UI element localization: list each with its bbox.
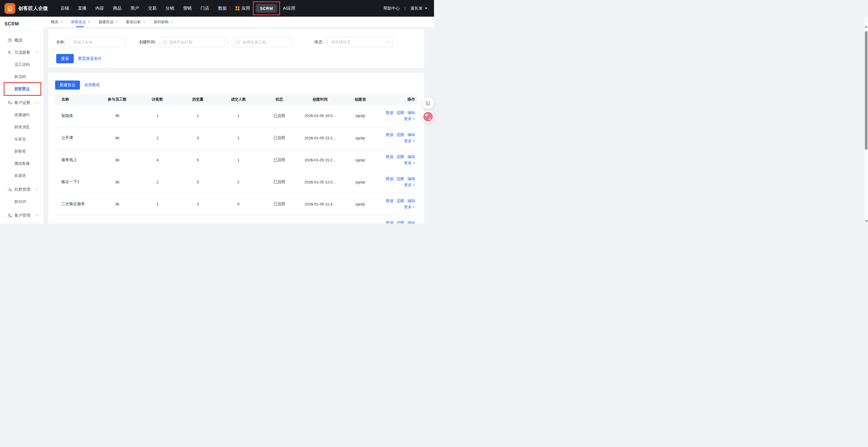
edit-link[interactable]: 编辑 bbox=[407, 109, 415, 116]
views-cell: 5 bbox=[178, 149, 218, 171]
data-link[interactable]: 数据 bbox=[386, 198, 394, 204]
edit-link[interactable]: 编辑 bbox=[407, 154, 415, 160]
data-link[interactable]: 数据 bbox=[386, 109, 394, 116]
sidebar-item-task-treasure[interactable]: 任务宝 bbox=[0, 133, 43, 145]
more-link[interactable]: 更多 bbox=[404, 160, 415, 166]
remind-link[interactable]: 提醒 bbox=[397, 109, 404, 116]
sidebar-item-lead-generation[interactable]: 引流获客 bbox=[0, 46, 43, 59]
remind-link[interactable]: 提醒 bbox=[397, 132, 404, 138]
nav-item-live[interactable]: 直播 bbox=[78, 6, 87, 11]
nav-item-data[interactable]: 数据 bbox=[218, 6, 227, 11]
create-radar-button[interactable]: 新建雷达 bbox=[55, 81, 80, 90]
col-header-name: 名称 bbox=[55, 94, 97, 105]
nav-item-shops[interactable]: 门店 bbox=[200, 6, 209, 11]
more-link[interactable]: 更多 bbox=[404, 116, 415, 122]
search-button[interactable]: 搜索 bbox=[56, 54, 74, 63]
visitors-cell: 4 bbox=[137, 149, 178, 171]
close-icon[interactable]: ✕ bbox=[116, 21, 118, 24]
sidebar-item-customer-management[interactable]: 客户管理 bbox=[0, 210, 43, 222]
name-input[interactable] bbox=[69, 37, 125, 47]
remind-link[interactable]: 提醒 bbox=[397, 198, 404, 204]
data-link[interactable]: 数据 bbox=[386, 220, 394, 224]
active-tab-underline bbox=[76, 26, 84, 27]
brand-logo[interactable]: 创客匠人企微 bbox=[4, 3, 48, 14]
remind-link[interactable]: 提醒 bbox=[397, 220, 404, 224]
sidebar-item-customer-operation[interactable]: 客户运营 bbox=[0, 97, 43, 109]
deals-cell bbox=[218, 215, 259, 224]
more-link[interactable]: 更多 bbox=[404, 138, 415, 144]
created-time-cell: 2026-01-05 15:2... bbox=[300, 127, 340, 149]
sidebar-item-customer-radar[interactable]: 获客雷达 bbox=[0, 83, 43, 95]
end-date-input[interactable] bbox=[234, 37, 292, 47]
close-icon[interactable]: ✕ bbox=[143, 21, 146, 24]
nav-item-users[interactable]: 用户 bbox=[130, 6, 139, 11]
col-header-status: 状态 bbox=[258, 94, 300, 105]
nav-item-distribution[interactable]: 分销 bbox=[165, 6, 174, 11]
user-menu[interactable]: 黄长发 bbox=[410, 6, 428, 11]
data-link[interactable]: 数据 bbox=[386, 154, 394, 160]
scrm-annotation-box: SCRM bbox=[253, 1, 280, 15]
name-cell: 二次验证服务 bbox=[55, 193, 97, 215]
nav-item-scrm[interactable]: SCRM bbox=[256, 4, 277, 13]
created-time-cell bbox=[300, 215, 340, 224]
sidebar-item-community-management[interactable]: 社群管理 bbox=[0, 183, 43, 195]
nav-item-apps[interactable]: 应用 bbox=[236, 6, 250, 11]
sidebar-item-welcome-message[interactable]: 欢迎语 bbox=[0, 169, 43, 182]
remind-link[interactable]: 提醒 bbox=[397, 176, 404, 182]
sidebar-item-group-message[interactable]: 群发消息 bbox=[0, 121, 43, 133]
more-link[interactable]: 更多 bbox=[404, 182, 415, 188]
float-widget-button[interactable] bbox=[422, 97, 434, 109]
tab-overview[interactable]: 概况 ✕ bbox=[46, 17, 67, 27]
nav-item-trade[interactable]: 交易 bbox=[148, 6, 157, 11]
nav-item-content[interactable]: 内容 bbox=[95, 6, 104, 11]
nav-item-ai-apps[interactable]: AI应用 bbox=[283, 6, 295, 11]
edit-link[interactable]: 编辑 bbox=[407, 132, 415, 138]
col-header-actions: 操作 bbox=[380, 94, 417, 105]
remind-link[interactable]: 提醒 bbox=[397, 154, 404, 160]
tab-bar: 概况 ✕ 获客雷达 ✕ 新建雷达 ✕ 数据分析 ✕ 组织架构 ✕ bbox=[43, 17, 434, 27]
more-link[interactable]: 更多 bbox=[404, 204, 415, 210]
tab-new-radar[interactable]: 新建雷达 ✕ bbox=[94, 17, 122, 27]
creator-cell: zgckjr bbox=[340, 193, 380, 215]
sidebar-item-group-qr[interactable]: 群活码 bbox=[0, 71, 43, 83]
sidebar-item-employee-qr[interactable]: 员工活码 bbox=[0, 59, 43, 71]
tutorial-link[interactable]: 使用教程 bbox=[84, 83, 100, 88]
sidebar-item-overview[interactable]: 概况 bbox=[0, 34, 43, 46]
tab-customer-radar[interactable]: 获客雷达 ✕ bbox=[67, 17, 95, 27]
reset-search-link[interactable]: 重置搜索条件 bbox=[78, 56, 102, 61]
users-badge-icon bbox=[8, 187, 12, 192]
sidebar-item-group-fission[interactable]: 群裂变 bbox=[0, 145, 43, 157]
sidebar-item-group-sop[interactable]: 群SOP bbox=[0, 195, 43, 208]
participants-cell bbox=[97, 215, 137, 224]
edit-link[interactable]: 编辑 bbox=[407, 198, 415, 204]
creator-cell: zgckjr bbox=[340, 149, 380, 171]
edit-link[interactable]: 编辑 bbox=[407, 176, 415, 182]
sidebar-item-wechat-service[interactable]: 微信客服 bbox=[0, 157, 43, 169]
deals-cell: 1 bbox=[218, 105, 259, 127]
status-select[interactable]: 请选择状态 bbox=[327, 37, 393, 47]
close-icon[interactable]: ✕ bbox=[88, 21, 90, 24]
close-icon[interactable]: ✕ bbox=[170, 21, 173, 24]
tab-org-structure[interactable]: 组织架构 ✕ bbox=[150, 17, 177, 27]
created-time-cell: 2026-01-05 12:0... bbox=[300, 171, 340, 193]
views-cell: 1 bbox=[178, 105, 218, 127]
tab-data-analysis[interactable]: 数据分析 ✕ bbox=[122, 17, 150, 27]
sidebar-item-live-invite[interactable]: 直播邀约 bbox=[0, 109, 43, 121]
close-icon[interactable]: ✕ bbox=[60, 21, 63, 24]
deals-cell: 1 bbox=[218, 149, 259, 171]
views-cell: 5 bbox=[178, 171, 218, 193]
data-link[interactable]: 数据 bbox=[386, 132, 394, 138]
name-label: 名称: bbox=[56, 39, 65, 45]
edit-link[interactable]: 编辑 bbox=[407, 220, 415, 224]
nav-item-store[interactable]: 店铺 bbox=[60, 6, 69, 11]
help-center-link[interactable]: 帮助中心 bbox=[383, 6, 400, 11]
translate-button[interactable]: 中 A bbox=[422, 111, 434, 123]
col-header-visitors: 访客数 bbox=[137, 94, 178, 105]
start-date-input[interactable] bbox=[160, 37, 225, 47]
data-link[interactable]: 数据 bbox=[386, 176, 394, 182]
created-time-cell: 2026-01-05 11:4... bbox=[300, 193, 340, 215]
nav-item-marketing[interactable]: 营销 bbox=[183, 6, 192, 11]
nav-item-goods[interactable]: 商品 bbox=[113, 6, 122, 11]
chevron-up-icon bbox=[36, 215, 39, 217]
actions-cell: 数据 提醒 编辑 更多 bbox=[380, 105, 417, 127]
